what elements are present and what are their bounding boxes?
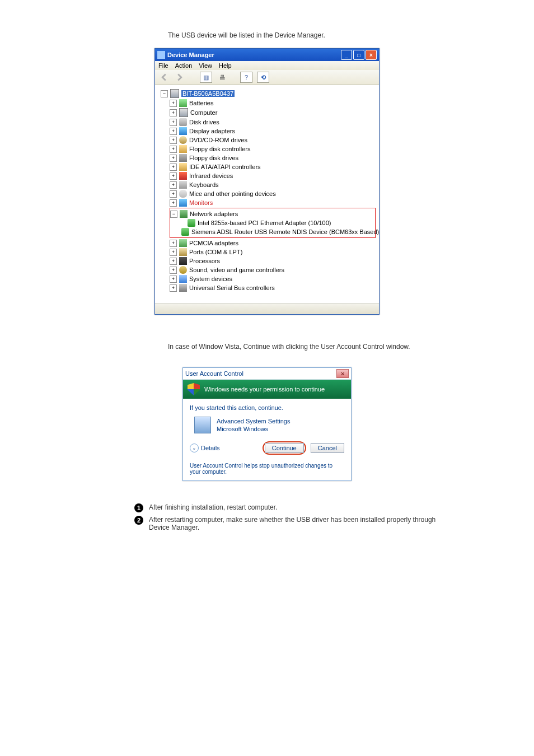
- expand-toggle[interactable]: [170, 119, 177, 126]
- uac-close-button[interactable]: ✕: [336, 369, 349, 378]
- node-sound[interactable]: Sound, video and game controllers: [170, 265, 376, 274]
- expand-toggle[interactable]: [170, 181, 177, 189]
- system-icon: [179, 275, 187, 283]
- node-floppy-controllers[interactable]: Floppy disk controllers: [170, 144, 376, 153]
- expand-toggle[interactable]: [170, 109, 177, 116]
- expand-toggle[interactable]: [161, 90, 168, 97]
- uac-dialog: User Account Control ✕ Windows needs you…: [182, 367, 352, 481]
- node-dvd[interactable]: DVD/CD-ROM drives: [170, 136, 376, 144]
- node-computer[interactable]: Computer: [170, 108, 376, 118]
- uac-titlebar[interactable]: User Account Control ✕: [183, 368, 351, 380]
- floppy-icon: [179, 154, 187, 162]
- pcmcia-icon: [179, 239, 187, 247]
- expand-toggle[interactable]: [170, 100, 177, 107]
- menu-view[interactable]: View: [199, 62, 212, 69]
- node-network-intel[interactable]: Intel 8255x-based PCI Ethernet Adapter (…: [179, 218, 375, 227]
- menubar: File Action View Help: [155, 61, 379, 70]
- keyboard-icon: [179, 181, 187, 189]
- node-mice[interactable]: Mice and other pointing devices: [170, 189, 376, 198]
- expand-toggle[interactable]: [170, 267, 177, 274]
- nic-icon: [188, 219, 195, 227]
- step-text-1: After finishing installation, restart co…: [149, 503, 277, 512]
- root-label: BIT-B506A5B0437: [181, 90, 235, 97]
- details-label: Details: [201, 445, 220, 451]
- uac-title: User Account Control: [185, 370, 336, 377]
- expand-toggle[interactable]: [170, 172, 177, 180]
- uac-program-info: Advanced System Settings Microsoft Windo…: [190, 417, 344, 433]
- network-icon: [180, 210, 188, 218]
- minimize-button[interactable]: _: [341, 50, 352, 60]
- node-infrared[interactable]: Infrared devices: [170, 171, 376, 180]
- node-batteries[interactable]: Batteries: [170, 99, 376, 108]
- node-pcmcia[interactable]: PCMCIA adapters: [170, 239, 376, 248]
- monitor-icon: [179, 199, 187, 207]
- expand-toggle[interactable]: [170, 258, 177, 265]
- display-icon: [179, 127, 187, 135]
- uac-header: Windows needs your permission to continu…: [183, 380, 351, 399]
- toolbar-scan-icon[interactable]: ⟲: [257, 72, 269, 83]
- program-publisher: Microsoft Windows: [217, 425, 290, 433]
- device-manager-window: Device Manager _ □ × File Action View He…: [154, 48, 380, 315]
- node-system-devices[interactable]: System devices: [170, 274, 376, 283]
- node-monitors[interactable]: Monitors: [170, 198, 376, 207]
- expand-toggle[interactable]: [170, 276, 177, 283]
- continue-button[interactable]: Continue: [265, 443, 304, 453]
- numbered-steps: 1 After finishing installation, restart …: [134, 503, 437, 531]
- node-network-siemens[interactable]: Siemens ADSL Router USB Remote NDIS Devi…: [179, 227, 375, 236]
- cancel-button[interactable]: Cancel: [311, 443, 344, 453]
- back-button[interactable]: [158, 72, 170, 82]
- disk-icon: [179, 118, 187, 126]
- expand-toggle[interactable]: [170, 249, 177, 256]
- expand-toggle[interactable]: [170, 199, 177, 207]
- node-network[interactable]: Network adapters: [170, 209, 375, 218]
- cpu-icon: [179, 257, 187, 265]
- node-display[interactable]: Display adapters: [170, 127, 376, 136]
- step-badge-2: 2: [134, 516, 143, 525]
- expand-toggle[interactable]: [170, 155, 177, 162]
- node-ports[interactable]: Ports (COM & LPT): [170, 248, 376, 256]
- expand-toggle[interactable]: [170, 284, 177, 292]
- toolbar-tree-icon[interactable]: ▥: [200, 72, 212, 83]
- node-processors[interactable]: Processors: [170, 256, 376, 265]
- battery-icon: [179, 99, 187, 107]
- nic-icon: [181, 228, 189, 236]
- expand-toggle[interactable]: [170, 128, 177, 135]
- close-button[interactable]: ×: [366, 50, 377, 60]
- uac-instruction: If you started this action, continue.: [190, 404, 344, 411]
- toolbar-print-icon[interactable]: 🖶: [217, 72, 228, 82]
- details-toggle[interactable]: ⌄ Details: [190, 444, 220, 452]
- expand-toggle[interactable]: [170, 240, 177, 247]
- titlebar[interactable]: Device Manager _ □ ×: [155, 49, 379, 61]
- network-adapters-highlight: Network adapters Intel 8255x-based PCI E…: [170, 208, 376, 238]
- program-icon: [194, 417, 211, 433]
- tree-root[interactable]: BIT-B506A5B0437: [161, 88, 376, 99]
- node-usb[interactable]: Universal Serial Bus controllers: [170, 283, 376, 292]
- menu-action[interactable]: Action: [175, 62, 193, 69]
- menu-file[interactable]: File: [158, 62, 168, 69]
- device-manager-icon: [157, 51, 165, 59]
- sound-icon: [179, 266, 187, 274]
- node-floppy[interactable]: Floppy disk drives: [170, 153, 376, 162]
- forward-button[interactable]: [174, 72, 185, 82]
- continue-highlight: Continue: [263, 441, 306, 455]
- toolbar: ▥ 🖶 ? ⟲: [155, 70, 379, 85]
- ide-icon: [179, 163, 187, 171]
- step-text-2: After restarting computer, make sure whe…: [149, 516, 437, 531]
- maximize-button[interactable]: □: [353, 50, 364, 60]
- statusbar: [155, 304, 379, 314]
- node-keyboards[interactable]: Keyboards: [170, 180, 376, 189]
- node-ide[interactable]: IDE ATA/ATAPI controllers: [170, 162, 376, 171]
- computer-icon: [179, 108, 188, 117]
- step-badge-1: 1: [134, 503, 143, 512]
- expand-toggle[interactable]: [170, 211, 177, 218]
- expand-toggle[interactable]: [170, 164, 177, 171]
- expand-toggle[interactable]: [170, 137, 177, 144]
- chevron-down-icon: ⌄: [190, 444, 199, 452]
- controller-icon: [179, 145, 187, 153]
- node-disk[interactable]: Disk drives: [170, 118, 376, 127]
- program-name: Advanced System Settings: [217, 417, 290, 425]
- expand-toggle[interactable]: [170, 190, 177, 198]
- menu-help[interactable]: Help: [219, 62, 232, 69]
- expand-toggle[interactable]: [170, 146, 177, 153]
- toolbar-help-icon[interactable]: ?: [240, 72, 252, 83]
